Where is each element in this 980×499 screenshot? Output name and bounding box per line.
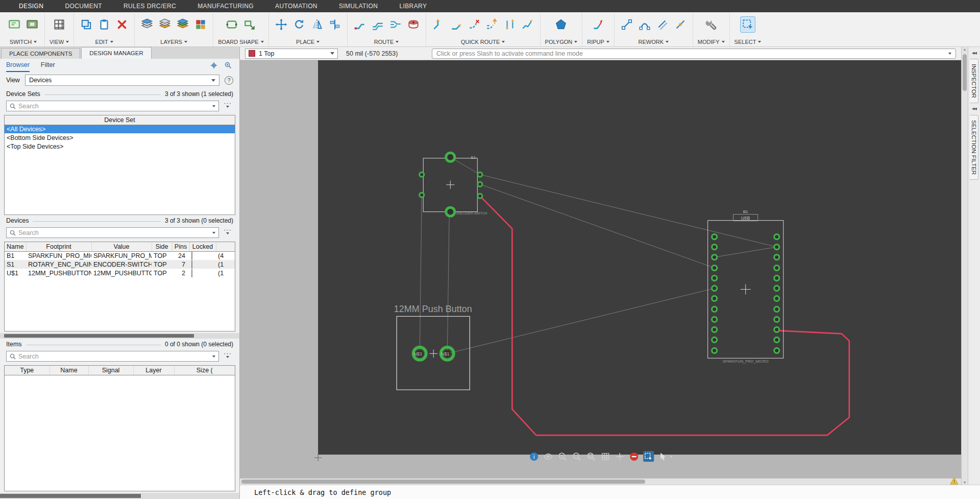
col-side[interactable]: Side <box>152 242 172 251</box>
swap-layer-icon[interactable] <box>502 16 518 33</box>
col-extra[interactable] <box>216 242 235 251</box>
pcb-canvas[interactable]: S1 ENCODER-SWITCH B1 USB <box>240 60 961 478</box>
device-set-row-all[interactable]: <All Devices> <box>5 125 235 133</box>
layer-colors-icon[interactable] <box>193 16 208 33</box>
col-locked[interactable]: Locked <box>189 242 216 251</box>
schematic-view-icon[interactable] <box>7 16 22 33</box>
route-multi-icon[interactable] <box>388 16 403 33</box>
zoom-to-selection-icon[interactable] <box>223 60 233 70</box>
help-button[interactable]: ? <box>225 76 233 85</box>
copy-icon[interactable] <box>79 16 94 33</box>
locked-checkbox[interactable] <box>191 252 192 260</box>
group-label-view[interactable]: VIEW <box>50 39 69 45</box>
col-name[interactable]: Name <box>5 242 26 251</box>
device-row-b1[interactable]: B1SPARKFUN_PRO_MICROSPARKFUN_PRO_MICROTO… <box>5 251 235 260</box>
polygon-icon[interactable] <box>553 16 569 33</box>
command-line-bar[interactable] <box>432 49 956 59</box>
col-item-name[interactable]: Name <box>50 366 88 375</box>
tab-selection-filter[interactable]: SELECTION FILTER <box>970 115 978 180</box>
scroll-up-icon[interactable]: ▲ <box>962 47 968 51</box>
visibility-icon[interactable] <box>543 451 554 462</box>
device-row-s1[interactable]: S1ROTARY_ENC_PLAINENCODER-SWITCHTOP7(1 <box>5 260 235 269</box>
tab-inspector[interactable]: INSPECTOR <box>970 59 978 103</box>
device-sets-search-input[interactable] <box>18 103 210 110</box>
menu-rules-drc-erc[interactable]: RULES DRC/ERC <box>113 0 187 12</box>
group-label-modify[interactable]: MODIFY <box>698 39 725 45</box>
unroute-all-icon[interactable] <box>484 16 500 33</box>
group-label-edit[interactable]: EDIT <box>95 39 113 45</box>
menu-manufacturing[interactable]: MANUFACTURING <box>187 0 264 12</box>
items-menu-button[interactable]: ··· <box>220 351 235 358</box>
group-label-switch[interactable]: SWITCH <box>10 39 37 45</box>
hide-layer-icon[interactable] <box>629 451 640 462</box>
menu-automation[interactable]: AUTOMATION <box>264 0 328 12</box>
group-label-quick-route[interactable]: QUICK ROUTE <box>461 39 505 45</box>
device-set-row-bottom[interactable]: <Bottom Side Devices> <box>5 133 235 142</box>
view-dropdown[interactable]: Devices <box>25 75 219 86</box>
zoom-fit-icon[interactable] <box>586 451 597 462</box>
layers-top-icon[interactable] <box>139 16 155 33</box>
locate-in-canvas-icon[interactable] <box>209 60 219 70</box>
device-set-row-top[interactable]: <Top Side Devices> <box>5 142 235 151</box>
devices-menu-button[interactable]: ··· <box>220 227 235 234</box>
board-outline-icon[interactable] <box>224 16 239 33</box>
col-footprint[interactable]: Footprint <box>26 242 91 251</box>
devices-table-hscrollbar[interactable] <box>0 333 239 339</box>
pcb-sheet[interactable] <box>318 60 961 455</box>
panel-hscrollbar[interactable] <box>0 493 239 499</box>
grid-icon[interactable] <box>600 451 611 462</box>
info-icon[interactable]: i <box>529 451 540 462</box>
rework-width-icon[interactable] <box>655 16 670 33</box>
route-manual-icon[interactable] <box>352 16 368 33</box>
group-label-place[interactable]: PLACE <box>296 39 320 45</box>
tab-filter[interactable]: Filter <box>41 59 55 72</box>
group-label-rework[interactable]: REWORK <box>639 39 669 45</box>
group-label-board-shape[interactable]: BOARD SHAPE <box>218 39 263 45</box>
col-pins[interactable]: Pins <box>172 242 189 251</box>
group-select-icon[interactable] <box>643 451 654 462</box>
menu-simulation[interactable]: SIMULATION <box>328 0 388 12</box>
quick-route-corner-icon[interactable] <box>449 16 464 33</box>
delete-icon[interactable] <box>114 16 130 33</box>
optimize-icon[interactable] <box>520 16 535 33</box>
paste-icon[interactable] <box>96 16 112 33</box>
menu-library[interactable]: LIBRARY <box>388 0 437 12</box>
col-layer[interactable]: Layer <box>133 366 174 375</box>
expand-selection-filter-icon[interactable]: ◀◀ <box>972 106 976 112</box>
select-box-icon[interactable] <box>740 16 755 33</box>
command-line-input[interactable] <box>436 50 945 57</box>
col-size[interactable]: Size ( <box>174 366 235 375</box>
unroute-icon[interactable] <box>467 16 482 33</box>
devices-search[interactable] <box>6 227 219 238</box>
group-label-select[interactable]: SELECT <box>734 39 762 45</box>
rotate-icon[interactable] <box>291 16 307 33</box>
expand-inspector-icon[interactable]: ◀◀ <box>972 50 976 56</box>
quick-route-icon[interactable] <box>431 16 446 33</box>
chevron-down-icon[interactable]: ▾ <box>670 454 673 459</box>
items-search[interactable] <box>6 351 219 362</box>
layer-dropdown[interactable]: 1 Top <box>245 49 338 59</box>
rework-line-icon[interactable] <box>619 16 634 33</box>
origin-icon[interactable] <box>615 451 625 462</box>
col-value[interactable]: Value <box>91 242 152 251</box>
wrench-icon[interactable] <box>703 16 719 33</box>
group-label-polygon[interactable]: POLYGON <box>545 39 578 45</box>
group-label-ripup[interactable]: RIPUP <box>587 39 609 45</box>
board-resize-icon[interactable] <box>242 16 257 33</box>
rework-net-icon[interactable] <box>673 16 688 33</box>
devices-search-input[interactable] <box>18 229 210 236</box>
canvas-hscrollbar[interactable]: ! <box>240 478 961 485</box>
grid-view-icon[interactable] <box>52 16 67 33</box>
layers-all-icon[interactable] <box>175 16 190 33</box>
move-icon[interactable] <box>274 16 289 33</box>
board-view-icon[interactable] <box>24 16 40 33</box>
scroll-down-icon[interactable]: ▼ <box>962 481 968 484</box>
route-diff-pair-icon[interactable] <box>370 16 385 33</box>
pcb-viewport[interactable]: S1 ENCODER-SWITCH B1 USB <box>240 60 961 478</box>
align-icon[interactable] <box>327 16 342 33</box>
cursor-mode-icon[interactable] <box>657 451 668 462</box>
col-signal[interactable]: Signal <box>88 366 133 375</box>
device-sets-menu-button[interactable]: ··· <box>220 101 235 108</box>
menu-document[interactable]: DOCUMENT <box>54 0 113 12</box>
group-label-layers[interactable]: LAYERS <box>160 39 187 45</box>
